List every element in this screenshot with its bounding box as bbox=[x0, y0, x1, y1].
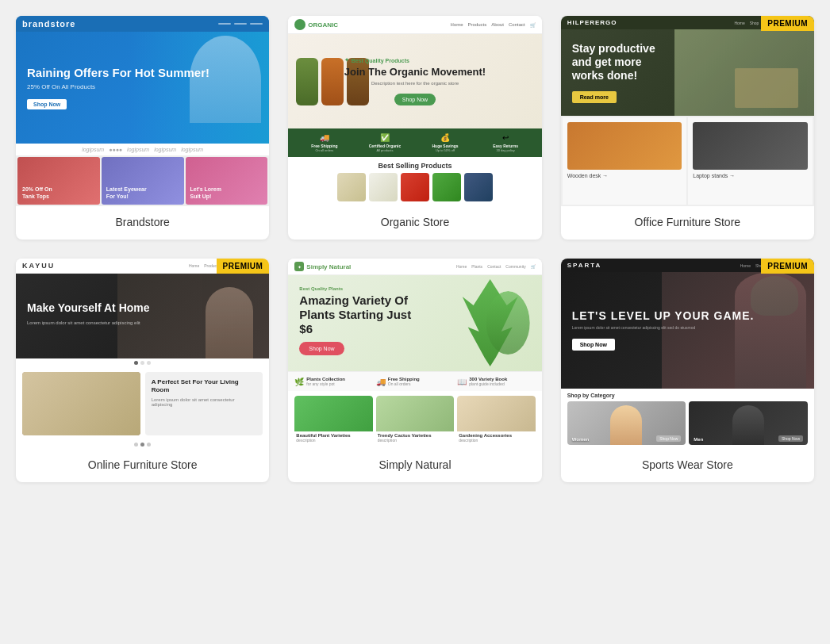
organic-headline: Join The Organic Movement! bbox=[344, 66, 486, 79]
nav-item bbox=[250, 23, 263, 25]
card-sports-label: Sports Wear Store bbox=[561, 449, 814, 482]
organic-sub: Description text here for the organic st… bbox=[344, 81, 486, 86]
shipping-icon: 🚚 bbox=[294, 133, 354, 142]
sports-hero: LET'S LEVEL UP YOUR GAME. Lorem ipsum do… bbox=[561, 272, 814, 389]
feature-sub: All products bbox=[355, 148, 414, 152]
savings-icon: 💰 bbox=[415, 133, 475, 142]
furniture-tile-cta[interactable]: A Perfect Set For Your Living Room Lorem… bbox=[145, 372, 263, 435]
carousel-dot[interactable] bbox=[140, 361, 144, 365]
plants-nav: Home Plants Contact Community 🛒 bbox=[456, 264, 536, 269]
plants-tile-1[interactable]: Beautiful Plant Varieties description bbox=[294, 396, 372, 444]
card-sports-preview: SPARTA Home Shop About Contact 🛒 LET'S L… bbox=[561, 259, 814, 449]
logo-item: logipsum bbox=[82, 147, 104, 152]
plants-logo-icon: ✦ bbox=[294, 262, 304, 271]
premium-badge: PREMIUM bbox=[761, 16, 814, 31]
organic-feature-savings: 💰 Huge Savings Up to 50% off bbox=[415, 133, 475, 152]
men-model bbox=[732, 405, 764, 445]
carousel-dot[interactable] bbox=[147, 361, 151, 365]
sports-category-men[interactable]: Men Shop Now bbox=[689, 401, 808, 445]
sports-cta-button[interactable]: Shop Now bbox=[572, 339, 615, 351]
organic-cta-button[interactable]: Shop Now bbox=[394, 94, 436, 105]
plants-cta-button[interactable]: Shop Now bbox=[299, 342, 344, 355]
card-simply-natural[interactable]: ✦ Simply Natural Home Plants Contact Com… bbox=[288, 259, 541, 482]
category-men-label: Men bbox=[694, 437, 703, 442]
card-sports-wear[interactable]: PREMIUM SPARTA Home Shop About Contact 🛒… bbox=[561, 259, 814, 482]
card-furniture-label: Online Furniture Store bbox=[16, 449, 269, 482]
sports-category-title: Shop by Category bbox=[567, 393, 808, 398]
card-brandstore[interactable]: brandstore Raining Offers For Hot Summer… bbox=[16, 16, 269, 240]
product-thumb-2 bbox=[369, 173, 398, 201]
furniture-bottom: A Perfect Set For Your Living Room Lorem… bbox=[16, 367, 269, 440]
feature-sub: On all orders bbox=[388, 381, 420, 386]
office-room-image bbox=[674, 29, 814, 116]
sports-category-grid: Women Shop Now Men Shop Now bbox=[567, 401, 808, 445]
brandstore-logo: brandstore bbox=[22, 19, 75, 29]
office-products: Wooden desk → Laptop stands → bbox=[561, 116, 814, 206]
brandstore-tiles: 20% Off OnTank Tops Latest EyewearFor Yo… bbox=[16, 155, 269, 206]
card-plants-label: Simply Natural bbox=[288, 449, 541, 482]
card-plants-preview: ✦ Simply Natural Home Plants Contact Com… bbox=[288, 259, 541, 449]
furniture-person bbox=[206, 287, 253, 358]
brandstore-tile-1[interactable]: 20% Off OnTank Tops bbox=[17, 157, 100, 205]
page-dot[interactable] bbox=[147, 443, 151, 447]
card-office-label: Office Furniture Store bbox=[561, 206, 814, 240]
women-shop-button[interactable]: Shop Now bbox=[656, 435, 681, 442]
organic-hero-text: ✦Best Quality Products Join The Organic … bbox=[344, 57, 486, 105]
card-online-furniture[interactable]: PREMIUM KAYUU Home Products About Contac… bbox=[16, 259, 269, 482]
nav-item bbox=[234, 23, 247, 25]
card-brandstore-label: Brandstore bbox=[16, 206, 269, 240]
nav-item: Community bbox=[505, 264, 525, 269]
product-thumb-5 bbox=[464, 173, 493, 201]
men-shop-button[interactable]: Shop Now bbox=[778, 435, 803, 442]
brandstore-cta-button[interactable]: Shop Now bbox=[27, 99, 67, 109]
plants-logo: ✦ Simply Natural bbox=[294, 262, 351, 271]
brandstore-tile-3[interactable]: Let's LoremSuit Up! bbox=[186, 157, 268, 205]
brandstore-tile-2[interactable]: Latest EyewearFor You! bbox=[102, 157, 184, 205]
nav-item: Home bbox=[740, 263, 751, 268]
free-shipping-icon: 🚚 bbox=[376, 378, 386, 386]
logo-item: logipsum bbox=[127, 147, 149, 152]
page-dot[interactable] bbox=[140, 443, 144, 447]
furniture-cta-sub: Lorem ipsum dolor sit amet consectetur a… bbox=[152, 397, 257, 407]
office-product-desk[interactable]: Wooden desk → bbox=[563, 117, 687, 205]
furniture-product-grid: A Perfect Set For Your Living Room Lorem… bbox=[22, 372, 263, 435]
nav-item: Home bbox=[451, 22, 463, 28]
office-product-chair[interactable]: Laptop stands → bbox=[688, 117, 813, 205]
furniture-tile-room[interactable] bbox=[22, 372, 140, 435]
certified-icon: ✅ bbox=[355, 133, 414, 142]
product-thumb-1 bbox=[337, 173, 366, 201]
plants-hero: Best Quality Plants Amazing Variety Of P… bbox=[288, 275, 541, 371]
sports-logo: SPARTA bbox=[567, 262, 602, 269]
bestselling-row bbox=[294, 173, 535, 201]
brandstore-logos: logipsum ●●●● logipsum logipsum logipsum bbox=[16, 144, 269, 155]
brandstore-hero: Raining Offers For Hot Summer! 25% Off O… bbox=[16, 32, 269, 144]
card-brandstore-preview: brandstore Raining Offers For Hot Summer… bbox=[16, 16, 269, 206]
wood-desk-image bbox=[567, 122, 682, 170]
organic-features: 🚚 Free Shipping On all orders ✅ Certifie… bbox=[288, 128, 541, 157]
office-hero: Stay productive and get more works done!… bbox=[561, 29, 814, 116]
organic-logo-text: ORGANIC bbox=[308, 21, 338, 29]
organic-feature-returns: ↩ Easy Returns 30 day policy bbox=[476, 133, 536, 152]
page-dot[interactable] bbox=[134, 443, 138, 447]
nav-item: About bbox=[491, 22, 504, 28]
carousel-dot[interactable] bbox=[134, 361, 138, 365]
plants-tag: Best Quality Plants bbox=[299, 286, 530, 291]
plants-tile-3[interactable]: Gardening Accessories description bbox=[457, 396, 535, 444]
plants-tile-2[interactable]: Trendy Cactus Varieties description bbox=[376, 396, 454, 444]
nav-item: Home bbox=[456, 264, 467, 269]
nav-item: Contact bbox=[509, 22, 525, 28]
logo-item: ●●●● bbox=[109, 147, 122, 152]
sports-categories: Shop by Category Women Shop Now Men Shop… bbox=[561, 389, 814, 449]
nav-item: Contact bbox=[487, 264, 501, 269]
plants-feature-1: 🌿 Plants Collection for any style pot bbox=[294, 377, 372, 386]
card-office-furniture[interactable]: PREMIUM HILPERERGO Home Shop Office Cont… bbox=[561, 16, 814, 240]
organic-logo: ORGANIC bbox=[294, 19, 338, 30]
nav-item: Home bbox=[734, 21, 744, 25]
office-cta-button[interactable]: Read more bbox=[572, 91, 617, 103]
logo-item: logipsum bbox=[181, 147, 203, 152]
feature-sub: On all orders bbox=[294, 148, 354, 152]
card-organic[interactable]: ORGANIC Home Products About Contact 🛒 bbox=[288, 16, 541, 240]
product-bottle-1 bbox=[296, 58, 318, 105]
brandstore-sub: 25% Off On All Products bbox=[27, 83, 209, 90]
sports-category-women[interactable]: Women Shop Now bbox=[567, 401, 686, 445]
